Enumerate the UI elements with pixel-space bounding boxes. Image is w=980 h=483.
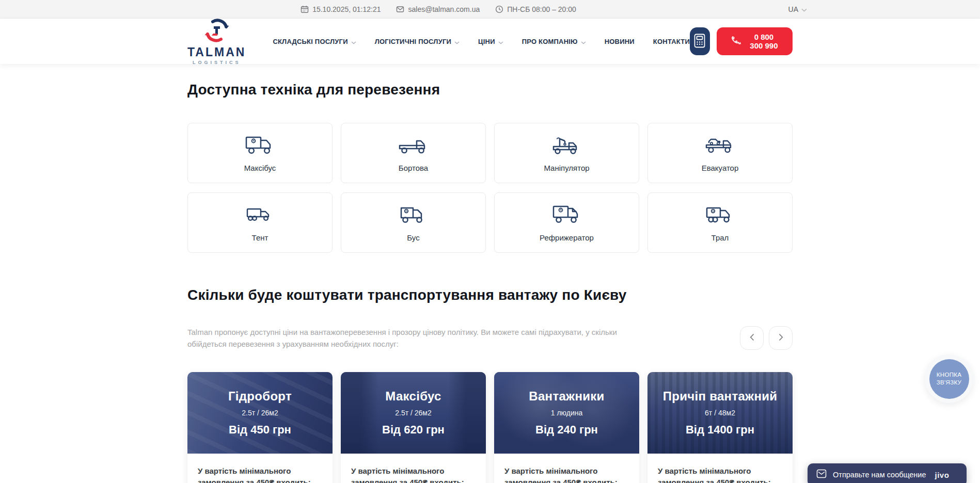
ukraine-flag-icon — [775, 6, 785, 13]
carousel-next-button[interactable] — [769, 326, 793, 350]
price-card-hydroboard[interactable]: Гідроборт 2.5т / 26м2 Від 450 грн У варт… — [187, 372, 333, 483]
vehicle-label: Бортова — [399, 164, 428, 172]
datetime: 15.10.2025, 01:12:21 — [301, 5, 381, 13]
topbar-info-group: 15.10.2025, 01:12:21 sales@talman.com.ua… — [301, 5, 576, 13]
chevron-down-icon — [581, 38, 586, 46]
price-card-loaders[interactable]: Вантажники 1 людина Від 240 грн У вартіс… — [494, 372, 639, 483]
tow-truck-icon — [704, 134, 736, 156]
vehicle-label: Рефрижератор — [540, 233, 594, 242]
language-selector[interactable]: UA — [775, 0, 807, 19]
phone-button[interactable]: 0 800 300 990 — [717, 27, 793, 55]
carousel-controls — [740, 326, 793, 350]
price-card-price: Від 620 грн — [382, 423, 445, 437]
crane-truck-icon — [551, 134, 583, 156]
flatbed-truck-icon — [398, 134, 430, 156]
van-icon — [398, 203, 430, 226]
nav-item-about[interactable]: ПРО КОМПАНІЮ — [522, 37, 586, 46]
clock-icon — [495, 5, 503, 13]
nav-label: ЛОГІСТИЧНІ ПОСЛУГИ — [375, 38, 451, 45]
logo-wordmark: TALMAN — [187, 46, 246, 58]
nav-item-news[interactable]: НОВИНИ — [605, 38, 635, 45]
main-nav: СКЛАДСЬКІ ПОСЛУГИ ЛОГІСТИЧНІ ПОСЛУГИ ЦІН… — [273, 37, 690, 46]
vehicle-label: Маніпулятор — [544, 164, 589, 172]
language-label: UA — [788, 5, 798, 13]
price-card-note: У вартість мінімального замовлення за 45… — [341, 454, 486, 483]
vehicle-card-maxibus[interactable]: Максібус — [187, 123, 333, 183]
price-card-note: У вартість мінімального замовлення за 45… — [647, 454, 793, 483]
nav-label: СКЛАДСЬКІ ПОСЛУГИ — [273, 38, 347, 45]
nav-label: НОВИНИ — [605, 38, 635, 45]
price-card-photo: Причіп вантажний 6т / 48м2 Від 1400 грн — [647, 372, 793, 454]
trawl-truck-icon — [704, 203, 736, 226]
chevron-right-icon — [779, 333, 783, 343]
hours-text: ПН-СБ 08:00 – 20:00 — [507, 5, 576, 13]
chevron-down-icon — [351, 38, 356, 46]
email-text: sales@talman.com.ua — [408, 5, 480, 13]
contact-fab-label: КНОПКА ЗВ'ЯЗКУ — [929, 359, 969, 399]
vehicle-label: Евакуатор — [702, 164, 739, 172]
price-card-price: Від 450 грн — [229, 423, 291, 437]
vehicle-label: Тент — [252, 233, 268, 242]
price-cards-carousel: Гідроборт 2.5т / 26м2 Від 450 грн У варт… — [187, 372, 793, 483]
envelope-icon — [396, 5, 404, 13]
nav-item-warehouse-services[interactable]: СКЛАДСЬКІ ПОСЛУГИ — [273, 37, 356, 46]
price-card-note: У вартість мінімального замовлення за 45… — [494, 454, 639, 483]
vehicles-grid: Максібус Бортова Маніпулятор — [187, 123, 793, 253]
price-card-note: У вартість мінімального замовлення за 45… — [187, 454, 333, 483]
pricing-description: Talman пропонує доступні ціни на вантажо… — [187, 326, 657, 350]
talman-logo[interactable]: TALMAN LOGISTICS — [187, 18, 246, 65]
logo-tagline: LOGISTICS — [193, 60, 241, 65]
price-card-photo: Максібус 2.5т / 26м2 Від 620 грн — [341, 372, 486, 454]
chevron-down-icon — [454, 38, 460, 46]
price-card-title: Причіп вантажний — [663, 389, 778, 404]
price-card-spec: 6т / 48м2 — [705, 409, 735, 417]
email-link[interactable]: sales@talman.com.ua — [396, 5, 480, 13]
nav-item-prices[interactable]: ЦІНИ — [478, 37, 503, 46]
price-card-title: Максібус — [385, 389, 441, 404]
box-truck-icon — [244, 134, 276, 156]
price-card-price: Від 1400 грн — [686, 423, 754, 437]
logo-emblem-icon — [203, 18, 230, 45]
carousel-prev-button[interactable] — [740, 326, 764, 350]
chat-message: Отправьте нам сообщение — [833, 471, 926, 479]
vehicle-label: Максібус — [244, 164, 276, 172]
phone-number: 0 800 300 990 — [749, 33, 779, 50]
contact-fab-button[interactable]: КНОПКА ЗВ'ЯЗКУ — [925, 355, 973, 403]
vehicle-card-trawl[interactable]: Трал — [647, 192, 793, 253]
phone-icon — [730, 35, 742, 49]
nav-label: ЦІНИ — [478, 38, 495, 45]
jivo-chat-widget[interactable]: Отправьте нам сообщение jivo — [808, 463, 967, 483]
price-card-spec: 2.5т / 26м2 — [242, 409, 278, 417]
site-header: TALMAN LOGISTICS СКЛАДСЬКІ ПОСЛУГИ ЛОГІС… — [0, 19, 980, 64]
vehicles-title: Доступна техніка для перевезення — [187, 82, 793, 98]
price-card-maxibus[interactable]: Максібус 2.5т / 26м2 Від 620 грн У варті… — [341, 372, 486, 483]
vehicle-card-tent[interactable]: Тент — [187, 192, 333, 253]
price-card-photo: Вантажники 1 людина Від 240 грн — [494, 372, 639, 454]
chevron-left-icon — [750, 333, 754, 343]
tent-truck-icon — [244, 203, 276, 226]
vehicle-card-evacuator[interactable]: Евакуатор — [647, 123, 793, 183]
price-card-spec: 1 людина — [551, 409, 583, 417]
working-hours: ПН-СБ 08:00 – 20:00 — [495, 5, 576, 13]
price-card-cargo-trailer[interactable]: Причіп вантажний 6т / 48м2 Від 1400 грн … — [647, 372, 793, 483]
price-card-spec: 2.5т / 26м2 — [395, 409, 432, 417]
pricing-title: Скільки буде коштувати транспортування в… — [187, 287, 793, 303]
vehicle-card-bus[interactable]: Бус — [341, 192, 486, 253]
header-actions: 0 800 300 990 — [690, 27, 793, 55]
envelope-icon — [816, 468, 827, 481]
chevron-down-icon — [498, 38, 503, 46]
calculator-button[interactable] — [690, 27, 710, 55]
nav-label: КОНТАКТИ — [653, 38, 690, 45]
topbar: 15.10.2025, 01:12:21 sales@talman.com.ua… — [0, 0, 980, 19]
nav-item-logistics-services[interactable]: ЛОГІСТИЧНІ ПОСЛУГИ — [375, 37, 460, 46]
nav-label: ПРО КОМПАНІЮ — [522, 38, 578, 45]
vehicle-card-flatbed[interactable]: Бортова — [341, 123, 486, 183]
vehicle-card-refrigerator[interactable]: Рефрижератор — [494, 192, 639, 253]
vehicle-label: Трал — [712, 233, 729, 242]
chevron-down-icon — [801, 5, 807, 13]
vehicle-card-manipulator[interactable]: Маніпулятор — [494, 123, 639, 183]
nav-item-contacts[interactable]: КОНТАКТИ — [653, 38, 690, 45]
price-card-title: Гідроборт — [228, 389, 292, 404]
refrigerator-truck-icon — [551, 203, 583, 226]
calendar-icon — [301, 5, 309, 13]
